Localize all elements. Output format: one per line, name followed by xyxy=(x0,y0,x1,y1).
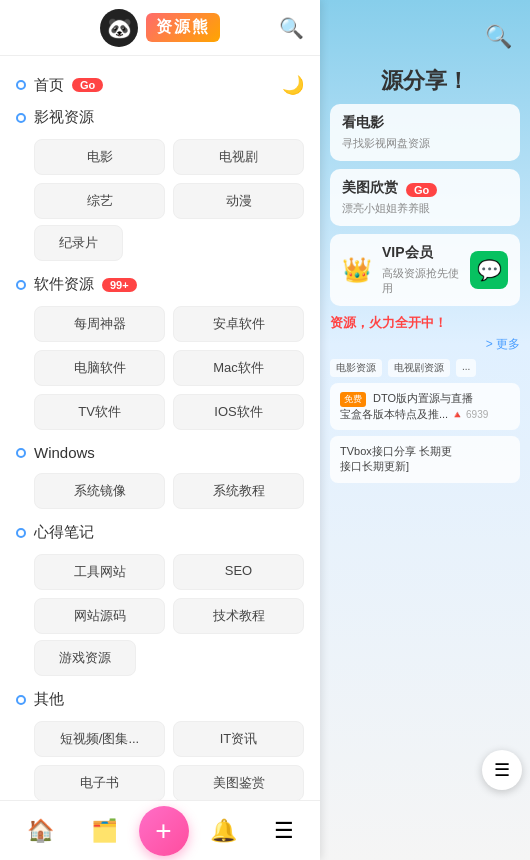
rp-card-movie[interactable]: 看电影 寻找影视网盘资源 xyxy=(330,104,520,161)
rp-card-meitupic[interactable]: 美图欣赏 Go 漂亮小姐姐养养眼 xyxy=(330,169,520,226)
yingshi-sub-grid: 电影 电视剧 综艺 动漫 xyxy=(34,139,304,219)
sidebar-scroll-content: 首页 Go 🌙 影视资源 电影 电视剧 综艺 动漫 纪录片 软件资源 xyxy=(0,56,320,800)
sidebar: 🐼 资源熊 🔍 首页 Go 🌙 影视资源 电影 电视剧 xyxy=(0,0,320,860)
bottom-nav: 🏠 🗂️ + 🔔 ☰ xyxy=(0,800,320,860)
crown-icon: 👑 xyxy=(342,256,372,284)
add-icon: + xyxy=(155,815,171,847)
nav-dot-xinde xyxy=(16,528,26,538)
sub-item-tvruanjian[interactable]: TV软件 xyxy=(34,394,165,430)
windows-sub-grid: 系统镜像 系统教程 xyxy=(34,473,304,509)
nav-label-yingshi: 影视资源 xyxy=(34,108,94,127)
panda-icon: 🐼 xyxy=(100,9,138,47)
rp-item-1-views: 🔺 6939 xyxy=(451,409,488,420)
nav-item-xinde[interactable]: 心得笔记 xyxy=(16,515,304,546)
tag-row: 电影资源 电视剧资源 ... xyxy=(330,359,520,377)
panda-emoji: 🐼 xyxy=(107,16,132,40)
sub-item-diannaoruanjian[interactable]: 电脑软件 xyxy=(34,350,165,386)
app-container: 🐼 资源熊 🔍 首页 Go 🌙 影视资源 电影 电视剧 xyxy=(0,0,530,860)
rp-card-meitu-title: 美图欣赏 xyxy=(342,179,398,197)
bottom-nav-menu[interactable]: ☰ xyxy=(258,812,310,850)
sub-item-meizhoushenqi[interactable]: 每周神器 xyxy=(34,306,165,342)
fire-text: 资源，火力全开中！ xyxy=(330,314,520,332)
sub-item-jishujiaocheng[interactable]: 技术教程 xyxy=(173,598,304,634)
bottom-nav-home[interactable]: 🏠 xyxy=(11,812,70,850)
rp-card-meitu-sub: 漂亮小姐姐养养眼 xyxy=(342,201,508,216)
sub-item-xitongchengxiang[interactable]: 系统镜像 xyxy=(34,473,165,509)
nav-label-ruanjian: 软件资源 xyxy=(34,275,94,294)
sub-item-itxixun[interactable]: IT资讯 xyxy=(173,721,304,757)
rp-card-movie-sub: 寻找影视网盘资源 xyxy=(342,136,508,151)
sub-item-zongyi[interactable]: 综艺 xyxy=(34,183,165,219)
nav-dot-ruanjian xyxy=(16,280,26,290)
menu-icon: ☰ xyxy=(274,818,294,844)
rp-vip-title: VIP会员 xyxy=(382,244,460,262)
sub-item-dianzishu[interactable]: 电子书 xyxy=(34,765,165,800)
nav-dot-home xyxy=(16,80,26,90)
logo-text: 资源熊 xyxy=(146,13,220,42)
yingshi-single-row: 纪录片 xyxy=(34,225,304,261)
tag-more[interactable]: ... xyxy=(456,359,476,377)
rp-vip-card[interactable]: 👑 VIP会员 高级资源抢先使用 💬 xyxy=(330,234,520,306)
tag-dianying[interactable]: 电影资源 xyxy=(330,359,382,377)
sub-item-anzhuoruanjian[interactable]: 安卓软件 xyxy=(173,306,304,342)
nav-label-windows: Windows xyxy=(34,444,95,461)
sub-item-jilupian[interactable]: 纪录片 xyxy=(34,225,123,261)
sub-item-gongjuwangzhan[interactable]: 工具网站 xyxy=(34,554,165,590)
header-search-icon[interactable]: 🔍 xyxy=(279,16,304,40)
sub-item-meitujianshang[interactable]: 美图鉴赏 xyxy=(173,765,304,800)
sidebar-header: 🐼 资源熊 🔍 xyxy=(0,0,320,56)
sub-item-dianshiju[interactable]: 电视剧 xyxy=(173,139,304,175)
rp-content-item-1[interactable]: 免费 DTO版内置源与直播 宝盒各版本特点及推... 🔺 6939 xyxy=(330,383,520,430)
sub-item-iosruanjian[interactable]: IOS软件 xyxy=(173,394,304,430)
add-button[interactable]: + xyxy=(139,806,189,856)
nav-item-windows[interactable]: Windows xyxy=(16,436,304,465)
xinde-sub-grid: 工具网站 SEO 网站源码 技术教程 xyxy=(34,554,304,634)
tag-dianshiju[interactable]: 电视剧资源 xyxy=(388,359,450,377)
rp-banner: 源分享！ xyxy=(330,66,520,96)
right-panel-overlay: 🔍 源分享！ 看电影 寻找影视网盘资源 美图欣赏 Go 漂亮小姐姐养养眼 👑 V… xyxy=(320,0,530,800)
sub-item-dianying[interactable]: 电影 xyxy=(34,139,165,175)
sub-item-duanshipin[interactable]: 短视频/图集... xyxy=(34,721,165,757)
rp-item-2-text: TVbox接口分享 长期更 xyxy=(340,445,452,457)
sub-item-macruanjian[interactable]: Mac软件 xyxy=(173,350,304,386)
sub-item-wangzhanyuanma[interactable]: 网站源码 xyxy=(34,598,165,634)
nav-dot-qita xyxy=(16,695,26,705)
category-icon: 🗂️ xyxy=(91,818,118,844)
more-link[interactable]: > 更多 xyxy=(330,336,520,353)
nav-item-qita[interactable]: 其他 xyxy=(16,682,304,713)
rp-item-1-sub: 宝盒各版本特点及推... xyxy=(340,408,448,420)
badge-99-ruanjian: 99+ xyxy=(102,278,137,292)
sub-item-dongman[interactable]: 动漫 xyxy=(173,183,304,219)
bottom-nav-category[interactable]: 🗂️ xyxy=(75,812,134,850)
nav-label-home: 首页 xyxy=(34,76,64,95)
rp-meitu-badge: Go xyxy=(406,183,437,197)
xinde-single-row: 游戏资源 xyxy=(34,640,304,676)
sub-item-xitongjiaocheng[interactable]: 系统教程 xyxy=(173,473,304,509)
nav-item-home[interactable]: 首页 Go 🌙 xyxy=(16,66,304,100)
home-icon: 🏠 xyxy=(27,818,54,844)
chat-bubble-icon[interactable]: 💬 xyxy=(470,251,508,289)
rp-item-2-sub: 接口长期更新] xyxy=(340,460,409,472)
rp-search-icon[interactable]: 🔍 xyxy=(485,24,512,50)
nav-label-qita: 其他 xyxy=(34,690,64,709)
nav-item-yingshi[interactable]: 影视资源 xyxy=(16,100,304,131)
nav-label-xinde: 心得笔记 xyxy=(34,523,94,542)
ruanjian-sub-grid: 每周神器 安卓软件 电脑软件 Mac软件 TV软件 IOS软件 xyxy=(34,306,304,430)
rp-header: 🔍 xyxy=(330,16,520,58)
nav-dot-windows xyxy=(16,448,26,458)
moon-icon[interactable]: 🌙 xyxy=(282,74,304,96)
sub-item-youxiziyuan[interactable]: 游戏资源 xyxy=(34,640,136,676)
scroll-icon: ☰ xyxy=(494,759,510,781)
sub-item-seo[interactable]: SEO xyxy=(173,554,304,590)
nav-dot-yingshi xyxy=(16,113,26,123)
rp-card-movie-title: 看电影 xyxy=(342,114,508,132)
free-badge-1: 免费 xyxy=(340,392,366,407)
rp-vip-sub: 高级资源抢先使用 xyxy=(382,266,460,296)
qita-sub-grid: 短视频/图集... IT资讯 电子书 美图鉴赏 xyxy=(34,721,304,800)
scroll-to-top-button[interactable]: ☰ xyxy=(482,750,522,790)
badge-go-home: Go xyxy=(72,78,103,92)
rp-content-item-2[interactable]: TVbox接口分享 长期更 接口长期更新] xyxy=(330,436,520,483)
right-panel: 🔍 源分享！ 看电影 寻找影视网盘资源 美图欣赏 Go 漂亮小姐姐养养眼 👑 V… xyxy=(320,0,530,860)
nav-item-ruanjian[interactable]: 软件资源 99+ xyxy=(16,267,304,298)
bottom-nav-notification[interactable]: 🔔 xyxy=(194,812,253,850)
